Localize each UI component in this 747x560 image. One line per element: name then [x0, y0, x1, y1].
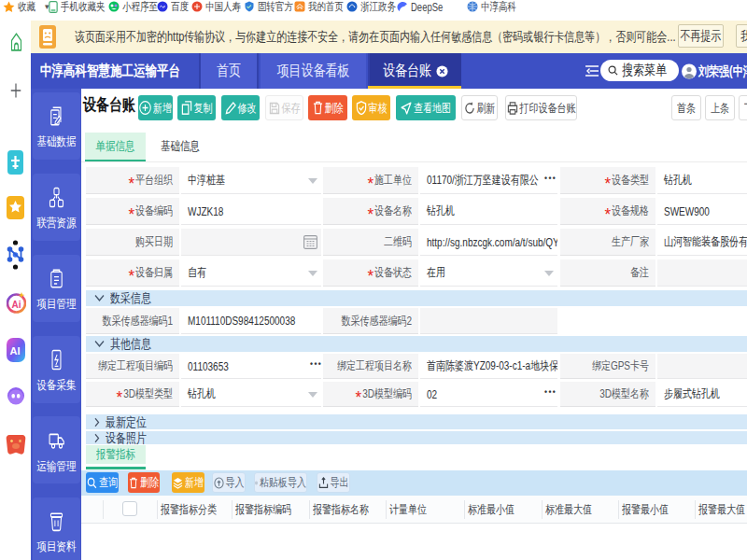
svg-text:Ai: Ai [12, 300, 21, 310]
svg-text:AI: AI [10, 345, 21, 357]
